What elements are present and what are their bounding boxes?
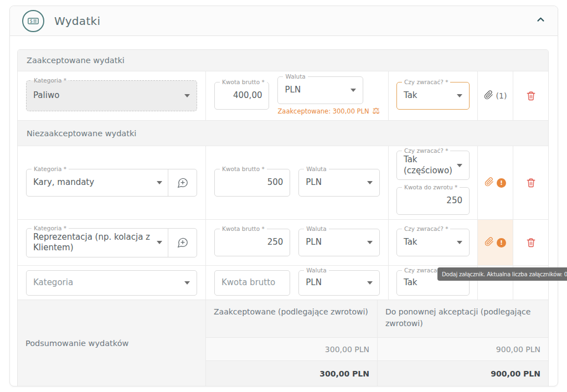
paperclip-icon (484, 90, 493, 100)
scales-icon: ⚖ (373, 107, 380, 115)
page-title: Wydatki (54, 14, 100, 28)
currency-select[interactable]: Waluta PLN (298, 270, 380, 296)
expenses-table: Zaakceptowane wydatki Kategoria * Paliwo… (17, 49, 549, 386)
expense-row-representation: Kategoria * Reprezentacja (np. kolacja z… (18, 219, 548, 265)
attachment-button[interactable] (484, 237, 494, 249)
refund-select[interactable]: Czy zwracać? * Tak (częściowo) (396, 151, 470, 180)
summary-reacceptance-total: 900,00 PLN (377, 360, 548, 386)
attachment-tooltip: Dodaj załącznik. Aktualna liczba załączn… (437, 267, 567, 281)
delete-button[interactable] (526, 91, 536, 101)
chevron-down-icon (157, 181, 162, 184)
refund-amount-input[interactable]: Kwota do zwrotu * 250 (396, 187, 470, 215)
expenses-panel: $ Wydatki Zaakceptowane wydatki Kategori… (9, 6, 558, 386)
add-comment-button[interactable] (168, 169, 197, 196)
currency-select[interactable]: Waluta PLN (277, 76, 363, 104)
add-comment-button[interactable] (168, 229, 197, 257)
chevron-down-icon (184, 281, 190, 285)
field-label: Kategoria * (32, 77, 69, 84)
summary-col-reacceptance-header: Do ponownej akceptacji (podlegające zwro… (377, 300, 548, 337)
currency-select[interactable]: Waluta PLN (298, 229, 380, 256)
summary-reacceptance-value: 900,00 PLN (377, 337, 548, 360)
comment-plus-icon (176, 177, 189, 189)
category-select[interactable]: Kategoria * Reprezentacja (np. kolacja z… (26, 228, 197, 257)
accepted-amount-note: Zaakceptowane: 300,00 PLN ⚖ (277, 107, 380, 115)
warning-badge-icon: ! (497, 178, 506, 188)
gross-amount-input[interactable]: Kwota brutto * 250 (214, 229, 290, 256)
category-select: Kategoria * Paliwo (26, 80, 197, 111)
paperclip-icon (484, 177, 494, 187)
attachment-button[interactable] (484, 177, 494, 189)
trash-icon (526, 238, 536, 247)
gross-amount-input[interactable]: Kwota brutto * 500 (214, 169, 290, 197)
section-accepted-label: Zaakceptowane wydatki (27, 56, 125, 65)
section-unaccepted-label: Niezaakceptowane wydatki (27, 129, 136, 138)
panel-body: Zaakceptowane wydatki Kategoria * Paliwo… (10, 36, 558, 386)
trash-icon (526, 178, 536, 188)
chevron-down-icon (457, 241, 462, 244)
chevron-down-icon (157, 241, 162, 244)
gross-amount-input[interactable]: Kwota brutto (214, 270, 290, 296)
gross-amount-input[interactable]: Kwota brutto * 400,00 (214, 82, 269, 110)
chevron-down-icon (457, 164, 462, 167)
field-label: Kategoria * (32, 166, 69, 173)
field-label: Czy zwracać? * (402, 225, 450, 233)
panel-header: $ Wydatki (10, 6, 558, 36)
delete-button[interactable] (526, 178, 536, 188)
refund-select[interactable]: Czy zwracać? * Tak (396, 229, 470, 256)
summary-col-accepted-header: Zaakceptowane (podlegające zwrotowi) (205, 300, 377, 337)
field-label: Waluta (283, 73, 307, 80)
expense-row-accepted: Kategoria * Paliwo Kwota brutto * 400,00… (18, 71, 548, 120)
attachment-button[interactable] (484, 90, 493, 102)
summary-accepted-value: 300,00 PLN (205, 337, 377, 360)
chevron-down-icon (350, 89, 356, 92)
chevron-down-icon (367, 281, 373, 285)
trash-icon (526, 91, 536, 101)
paperclip-icon (484, 237, 494, 246)
field-label: Waluta (304, 225, 328, 233)
summary-title: Podsumowanie wydatków (18, 300, 205, 386)
field-label: Kwota brutto * (220, 225, 267, 233)
currency-select[interactable]: Waluta PLN (298, 169, 380, 197)
chevron-down-icon (184, 94, 190, 97)
refund-select[interactable]: Czy zwracać? * Tak (396, 82, 470, 110)
banknote-icon: $ (22, 10, 44, 32)
chevron-down-icon (457, 94, 462, 97)
field-label: Kwota do zwrotu * (402, 184, 460, 191)
chevron-down-icon (367, 181, 373, 184)
svg-text:$: $ (30, 18, 33, 24)
chevron-down-icon (367, 241, 373, 244)
attachment-count: (1) (496, 91, 507, 100)
field-label: Waluta (304, 267, 328, 274)
expense-row-fine: Kategoria * Kary, mandaty Kwota brutto * (18, 146, 548, 219)
warning-badge-icon: ! (497, 238, 506, 247)
field-label: Czy zwracać? * (402, 147, 450, 154)
delete-button[interactable] (526, 238, 536, 247)
section-accepted-header: Zaakceptowane wydatki (18, 50, 548, 71)
field-label: Kwota brutto * (220, 166, 267, 173)
field-label: Waluta (304, 166, 328, 173)
category-select[interactable]: Kategoria (26, 270, 197, 296)
collapse-button[interactable] (536, 15, 545, 27)
summary-accepted-total: 300,00 PLN (205, 360, 377, 386)
section-unaccepted-header: Niezaakceptowane wydatki (18, 120, 548, 146)
field-label: Kwota brutto * (220, 79, 267, 86)
field-label: Czy zwracać? * (402, 79, 450, 86)
category-select[interactable]: Kategoria * Kary, mandaty (26, 169, 197, 197)
comment-plus-icon (176, 236, 189, 249)
chevron-up-icon (536, 15, 545, 27)
summary-table: Podsumowanie wydatków Zaakceptowane (pod… (18, 300, 548, 386)
field-label: Kategoria * (32, 225, 69, 232)
